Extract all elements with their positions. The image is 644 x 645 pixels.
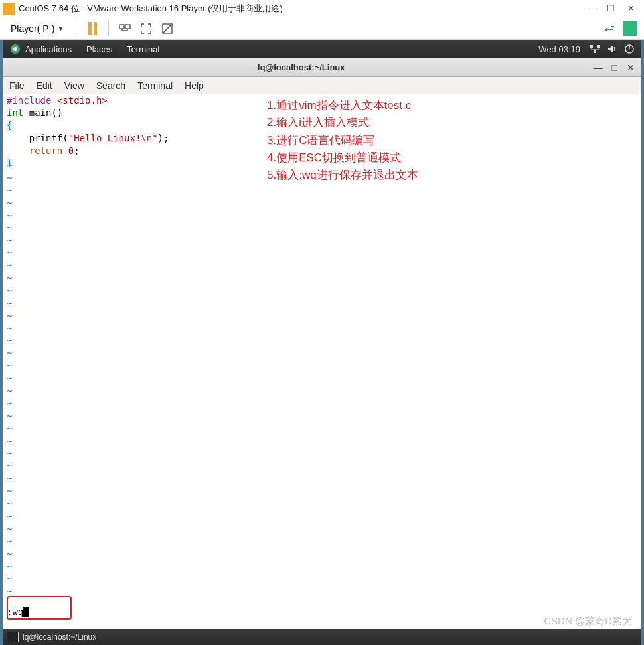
- player-menu-button[interactable]: Player(P) ▼: [7, 21, 68, 36]
- menu-file[interactable]: File: [9, 80, 25, 91]
- code-return: return: [29, 145, 63, 156]
- cursor-icon: [23, 607, 29, 617]
- vmware-titlebar: CentOS 7 64 位 - VMware Workstation 16 Pl…: [0, 0, 644, 17]
- code-main: main(): [23, 107, 62, 118]
- rewind-icon[interactable]: ⮐: [602, 21, 617, 36]
- menu-search[interactable]: Search: [96, 80, 125, 91]
- gnome-taskbar: lq@localhost:~/Linux: [0, 629, 644, 645]
- annotation-overlay: 1.通过vim指令进入文本test.c 2.输入i进入插入模式 3.进行C语言代…: [267, 97, 418, 184]
- terminal-minimize-button[interactable]: —: [594, 62, 603, 73]
- annotation-line-5: 5.输入:wq进行保存并退出文本: [267, 167, 418, 184]
- menu-edit[interactable]: Edit: [37, 80, 52, 91]
- send-ctrl-alt-del-button[interactable]: [117, 21, 133, 36]
- code-space: [62, 145, 68, 156]
- vim-command-text: :wq: [7, 607, 23, 617]
- gnome-topbar: Applications Places Terminal Wed 03:19: [0, 40, 644, 58]
- places-menu[interactable]: Places: [86, 44, 112, 54]
- power-icon[interactable]: [624, 44, 635, 54]
- svg-rect-11: [594, 50, 596, 53]
- annotation-line-3: 3.进行C语言代码编写: [267, 132, 418, 149]
- terminal-titlebar: lq@localhost:~/Linux — □ ✕: [3, 58, 641, 77]
- svg-rect-9: [590, 45, 593, 48]
- fullscreen-button[interactable]: [138, 21, 154, 36]
- activities-icon[interactable]: [9, 43, 21, 55]
- vim-tilde-column: ~ ~ ~ ~ ~ ~ ~ ~ ~ ~ ~ ~ ~ ~ ~ ~ ~ ~ ~ ~ …: [7, 159, 12, 603]
- volume-icon[interactable]: [607, 44, 617, 54]
- vmware-logo-icon: [3, 3, 15, 15]
- source-code: #include <stdio.h> int main() { printf("…: [7, 94, 169, 169]
- terminal-task-icon[interactable]: [7, 632, 19, 642]
- toolbar-divider: [76, 21, 76, 36]
- svg-rect-0: [4, 4, 8, 8]
- svg-rect-10: [597, 45, 600, 48]
- code-esc: \n: [141, 133, 152, 143]
- svg-rect-1: [9, 4, 13, 8]
- maximize-button[interactable]: ☐: [607, 5, 615, 13]
- unity-mode-button[interactable]: [159, 21, 175, 36]
- vmware-toolbar: Player(P) ▼ ⮐: [0, 17, 644, 40]
- code-indent2: [7, 145, 29, 156]
- code-indent: [7, 133, 29, 143]
- taskbar-label[interactable]: lq@localhost:~/Linux: [23, 632, 96, 642]
- vmware-window-title: CentOS 7 64 位 - VMware Workstation 16 Pl…: [19, 3, 587, 15]
- pause-button[interactable]: [84, 21, 100, 36]
- svg-point-8: [13, 47, 17, 51]
- code-brace-open: {: [7, 120, 12, 131]
- chevron-down-icon: ▼: [57, 25, 64, 32]
- notes-icon[interactable]: [623, 21, 637, 36]
- code-str-close: ": [152, 133, 157, 143]
- code-include: #include: [7, 95, 51, 106]
- vim-command-line[interactable]: :wq: [7, 606, 29, 618]
- player-label-key: P: [42, 23, 48, 34]
- terminal-title: lq@localhost:~/Linux: [258, 62, 345, 72]
- toolbar-divider: [108, 21, 109, 36]
- svg-rect-2: [7, 9, 11, 13]
- terminal-app-menu[interactable]: Terminal: [127, 44, 159, 54]
- annotation-line-1: 1.通过vim指令进入文本test.c: [267, 97, 418, 114]
- close-button[interactable]: ✕: [627, 5, 635, 13]
- annotation-line-4: 4.使用ESC切换到普通模式: [267, 149, 418, 167]
- clock[interactable]: Wed 03:19: [538, 44, 580, 54]
- terminal-menubar: File Edit View Search Terminal Help: [3, 77, 641, 94]
- terminal-close-button[interactable]: ✕: [627, 62, 635, 73]
- menu-terminal[interactable]: Terminal: [137, 80, 173, 91]
- vim-editor[interactable]: #include <stdio.h> int main() { printf("…: [3, 94, 641, 629]
- code-semi: ;: [74, 145, 79, 156]
- guest-desktop: lq@localhost:~/Linux — □ ✕ File Edit Vie…: [0, 58, 644, 629]
- code-printf: printf(: [29, 133, 68, 143]
- code-printf-end: );: [158, 133, 169, 143]
- minimize-button[interactable]: —: [587, 5, 595, 13]
- menu-help[interactable]: Help: [185, 80, 204, 91]
- menu-view[interactable]: View: [64, 80, 84, 91]
- svg-line-6: [163, 24, 172, 33]
- code-zero: 0: [68, 145, 74, 156]
- svg-rect-4: [125, 25, 130, 29]
- code-type-int: int: [7, 107, 23, 118]
- applications-menu[interactable]: Applications: [25, 44, 72, 54]
- code-header: <stdio.h>: [57, 95, 108, 106]
- svg-rect-3: [120, 25, 124, 29]
- annotation-line-2: 2.输入i进入插入模式: [267, 114, 418, 131]
- code-str-open: "Hello Linux!: [68, 133, 141, 143]
- player-label-post: ): [52, 23, 55, 34]
- terminal-maximize-button[interactable]: □: [612, 62, 617, 73]
- player-label-pre: Player(: [11, 23, 40, 34]
- network-icon[interactable]: [590, 44, 600, 54]
